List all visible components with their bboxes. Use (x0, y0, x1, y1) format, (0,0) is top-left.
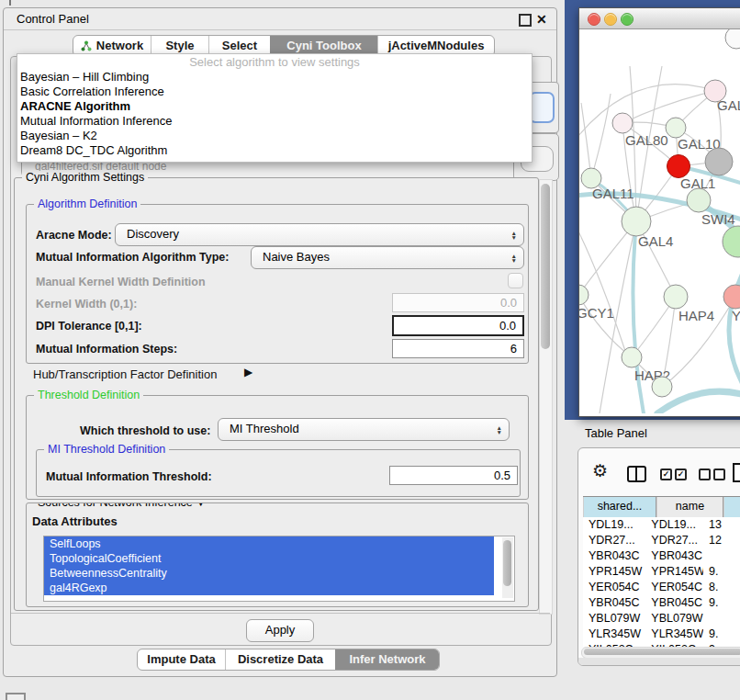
table-cell: YDR27... (645, 533, 703, 548)
column-header[interactable] (723, 497, 740, 517)
kernel-width-field[interactable]: 0.0 (392, 293, 524, 312)
network-node[interactable] (622, 207, 651, 236)
apply-button[interactable]: Apply (246, 619, 314, 642)
settings-scrollbar-thumb[interactable] (541, 184, 550, 349)
aracne-mode-combo[interactable]: Discovery (115, 223, 524, 246)
gear-icon[interactable]: ⚙ (592, 461, 608, 481)
table-row[interactable]: YBR043CYBR043C (583, 548, 740, 564)
checked-box-icon[interactable]: ✓ (675, 469, 687, 480)
group-title: MI Threshold Definition (44, 443, 169, 456)
list-scrollbar[interactable] (502, 537, 513, 598)
network-canvas[interactable]: GAL2GAL80GAL10GAL1GAL11SWI4GAL4GCY1HAP4Y… (579, 29, 740, 413)
network-node-label: HAP4 (678, 308, 714, 323)
network-view-window[interactable]: GAL2GAL80GAL10GAL1GAL11SWI4GAL4GCY1HAP4Y… (578, 7, 740, 417)
manual-kernel-checkbox[interactable] (508, 273, 523, 288)
dropdown-item[interactable]: Mutual Information Inference (17, 114, 532, 129)
table-cell: YBR043C (645, 548, 703, 564)
column-header[interactable]: shared... (583, 497, 656, 517)
tab-discretize-data[interactable]: Discretize Data (225, 649, 335, 670)
focused-spinner-partial[interactable] (529, 92, 555, 123)
mi-steps-label: Mutual Information Steps: (36, 343, 177, 356)
combo-value: Naive Bayes (263, 250, 330, 264)
sources-group: Sources for Network Inference ▼ Data Att… (26, 502, 529, 607)
network-window-titlebar[interactable] (579, 8, 740, 29)
attribute-list-item[interactable]: SelfLoops (44, 536, 494, 551)
control-panel-titlebar[interactable]: Control Panel ✕ (4, 8, 556, 30)
network-node[interactable] (622, 347, 642, 367)
network-node[interactable] (612, 113, 633, 133)
attribute-list-item[interactable]: TopologicalCoefficient (44, 551, 494, 566)
minimized-window-icon-partial[interactable] (6, 693, 26, 700)
table-header-row[interactable]: shared...name (583, 496, 740, 518)
stepper-arrows-icon (497, 425, 502, 435)
network-node[interactable] (667, 155, 690, 178)
table-cell: 8. (703, 580, 740, 595)
column-header[interactable]: name (656, 497, 723, 517)
network-edge[interactable] (579, 222, 625, 351)
float-window-icon[interactable] (519, 14, 532, 27)
mi-type-label: Mutual Information Algorithm Type: (36, 251, 229, 264)
mi-threshold-field[interactable]: 0.5 (389, 466, 518, 485)
tab-infer-network[interactable]: Infer Network (335, 649, 439, 670)
network-node[interactable] (666, 118, 686, 138)
network-edge-highlighted[interactable] (657, 391, 740, 413)
checked-box-icon[interactable]: ✓ (660, 469, 672, 480)
table-hscrollbar-thumb[interactable] (584, 649, 740, 655)
network-edge[interactable] (591, 94, 611, 178)
list-scrollbar-thumb[interactable] (503, 540, 511, 586)
which-threshold-combo[interactable]: MI Threshold (218, 418, 510, 441)
table-row[interactable]: YDR27...YDR27...12 (583, 533, 740, 548)
algorithm-dropdown-list: Bayesian – Hill ClimbingBasic Correlatio… (17, 70, 532, 158)
network-edge-highlighted[interactable] (633, 221, 644, 413)
network-node[interactable] (579, 285, 589, 305)
dpi-tolerance-field[interactable]: 0.0 (392, 315, 524, 336)
table-row[interactable]: YBR045CYBR045C9. (583, 595, 740, 611)
columns-icon[interactable] (627, 466, 646, 482)
unchecked-box-icon[interactable] (699, 469, 711, 480)
table-body[interactable]: YDL19...YDL19...13YDR27...YDR27...12YBR0… (583, 517, 740, 647)
table-row[interactable]: YPR145WYPR145W9. (583, 564, 740, 580)
table-cell: 9. (703, 627, 740, 642)
table-row[interactable]: YER054CYER054C8. (583, 580, 740, 595)
tab-impute-data[interactable]: Impute Data (138, 649, 225, 670)
dropdown-item[interactable]: ARACNE Algorithm (17, 99, 532, 114)
table-row[interactable]: YLR345WYLR345W9. (583, 627, 740, 642)
dropdown-item[interactable]: Basic Correlation Inference (17, 85, 532, 99)
network-node[interactable] (725, 29, 740, 49)
settings-scrollbar[interactable] (539, 179, 553, 615)
dropdown-item[interactable]: Bayesian – Hill Climbing (17, 70, 532, 85)
table-cell (703, 548, 740, 564)
unchecked-box-icon[interactable] (713, 469, 725, 480)
table-row[interactable]: YDL19...YDL19...13 (583, 517, 740, 533)
network-node[interactable] (664, 285, 688, 309)
table-row[interactable]: YBL079WYBL079W (583, 611, 740, 627)
mi-type-combo[interactable]: Naive Bayes (251, 246, 524, 269)
close-traffic-light[interactable] (588, 13, 600, 26)
network-node-label: SWI4 (701, 211, 735, 227)
table-cell: YDL19... (583, 517, 645, 533)
dropdown-item[interactable]: Dream8 DC_TDC Algorithm (17, 143, 532, 158)
network-node[interactable] (687, 188, 711, 212)
minimize-traffic-light[interactable] (604, 13, 617, 26)
hub-section-label[interactable]: Hub/Transcription Factor Definition (33, 367, 217, 381)
attribute-list-item[interactable]: gal4RGexp (44, 581, 494, 595)
zoom-traffic-light[interactable] (621, 13, 633, 26)
mi-threshold-label: Mutual Information Threshold: (46, 470, 212, 483)
data-attributes-list[interactable]: SelfLoopsTopologicalCoefficientBetweenne… (43, 536, 515, 602)
table-cell: 9. (703, 564, 740, 580)
dropdown-item[interactable]: Bayesian – K2 (17, 129, 532, 143)
network-edge[interactable] (581, 103, 591, 178)
network-edge[interactable] (622, 91, 715, 123)
close-icon[interactable]: ✕ (536, 10, 547, 28)
document-icon[interactable] (733, 463, 740, 482)
combo-value: Discovery (127, 227, 179, 241)
network-node[interactable] (705, 148, 733, 175)
attribute-list-item[interactable]: BetweennessCentrality (44, 566, 494, 581)
mi-steps-field[interactable]: 6 (392, 339, 524, 358)
network-node[interactable] (652, 377, 672, 397)
network-node[interactable] (723, 226, 740, 257)
expand-arrow-icon[interactable]: ▶ (244, 366, 252, 378)
network-edge-highlighted[interactable] (729, 259, 740, 397)
network-node[interactable] (723, 285, 740, 309)
collapse-arrow-icon[interactable]: ▼ (196, 502, 206, 508)
